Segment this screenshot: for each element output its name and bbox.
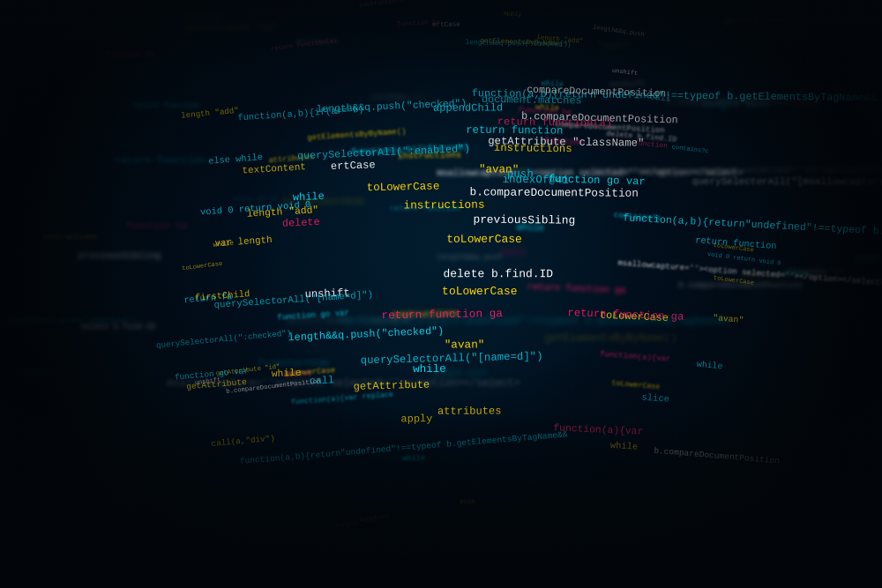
canvas-container xyxy=(0,0,882,588)
code-canvas xyxy=(0,0,882,588)
code-globe-background xyxy=(0,0,882,588)
